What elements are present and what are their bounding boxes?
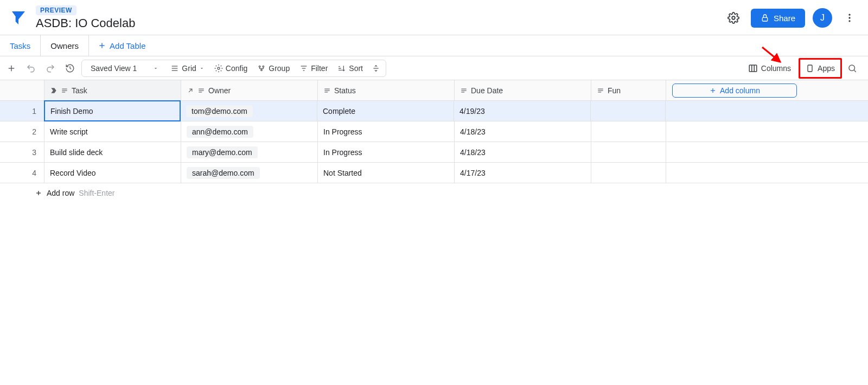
cell-fun[interactable]: [591, 142, 666, 162]
column-label: Task: [72, 86, 87, 95]
text-icon: [597, 87, 604, 94]
cell-empty: [666, 101, 802, 121]
sort-label: Sort: [349, 64, 363, 73]
column-header-fun[interactable]: Fun: [591, 80, 666, 100]
cell-owner[interactable]: tom@demo.com: [181, 101, 317, 121]
saved-view-dropdown[interactable]: Saved View 1: [84, 64, 165, 73]
svg-line-32: [189, 89, 192, 92]
svg-rect-22: [749, 65, 757, 72]
group-button[interactable]: Group: [253, 61, 294, 76]
text-icon: [460, 87, 468, 94]
owner-chip[interactable]: ann@demo.com: [187, 126, 253, 138]
tab-owners[interactable]: Owners: [41, 35, 89, 56]
more-icon[interactable]: [840, 8, 859, 28]
add-column-cell: Add column: [666, 80, 803, 100]
cell-status[interactable]: Not Started: [318, 163, 455, 183]
app-logo[interactable]: [9, 8, 28, 28]
svg-point-14: [218, 67, 220, 69]
ref-icon: [187, 87, 194, 94]
cell-due-date[interactable]: 4/18/23: [455, 121, 591, 142]
filter-label: Filter: [311, 64, 328, 73]
column-header-owner[interactable]: Owner: [181, 80, 318, 100]
plus-icon: [35, 189, 42, 197]
table-row[interactable]: 4 Record Video sarah@demo.com Not Starte…: [0, 163, 868, 183]
grid-view-label: Grid: [182, 64, 196, 73]
row-number: 3: [0, 142, 44, 162]
sort-button[interactable]: Sort: [333, 61, 367, 76]
avatar[interactable]: J: [813, 8, 832, 28]
config-button[interactable]: Config: [210, 61, 252, 76]
column-header-task[interactable]: Task: [44, 80, 181, 100]
grid-view-button[interactable]: Grid: [166, 61, 208, 76]
redo-button[interactable]: [42, 60, 59, 76]
columns-button[interactable]: Columns: [743, 60, 796, 76]
cell-owner[interactable]: sarah@demo.com: [181, 163, 318, 183]
svg-point-26: [849, 65, 855, 71]
cell-task[interactable]: Write script: [44, 121, 181, 142]
tab-tasks[interactable]: Tasks: [0, 35, 41, 56]
apps-button[interactable]: Apps: [799, 58, 842, 79]
cell-fun[interactable]: [591, 163, 666, 183]
svg-point-3: [848, 17, 850, 18]
text-icon: [323, 87, 331, 94]
text-icon: [61, 87, 68, 94]
cell-fun[interactable]: [591, 101, 666, 121]
columns-icon: [748, 63, 758, 73]
text-icon: [197, 87, 205, 94]
cell-fun[interactable]: [591, 121, 666, 142]
add-row-button[interactable]: Add row Shift-Enter: [0, 183, 868, 203]
svg-point-4: [848, 20, 850, 22]
cell-empty: [666, 163, 803, 183]
gear-icon: [214, 64, 223, 73]
column-header-due-date[interactable]: Due Date: [455, 80, 591, 100]
saved-view-label: Saved View 1: [91, 64, 137, 73]
row-number: 1: [0, 101, 44, 121]
row-height-icon: [372, 64, 380, 73]
add-button[interactable]: [3, 60, 20, 76]
row-height-button[interactable]: [368, 61, 384, 76]
cell-status[interactable]: In Progress: [318, 121, 455, 142]
apps-label: Apps: [818, 64, 835, 73]
column-header-status[interactable]: Status: [318, 80, 455, 100]
gear-icon[interactable]: [724, 8, 743, 28]
add-column-label: Add column: [720, 86, 760, 95]
filter-icon: [299, 64, 308, 73]
cell-status[interactable]: Complete: [317, 101, 454, 121]
cell-status[interactable]: In Progress: [318, 142, 455, 162]
add-table-button[interactable]: Add Table: [89, 35, 154, 56]
cell-due-date[interactable]: 4/17/23: [455, 163, 591, 183]
owner-chip[interactable]: mary@demo.com: [187, 146, 258, 158]
add-table-label: Add Table: [110, 41, 145, 50]
cell-due-date[interactable]: 4/18/23: [455, 142, 591, 162]
share-label: Share: [774, 14, 795, 23]
share-button[interactable]: Share: [751, 9, 805, 28]
page-title[interactable]: ASDB: IO Codelab: [36, 16, 135, 30]
add-row-label: Add row: [47, 189, 74, 197]
filter-button[interactable]: Filter: [295, 61, 332, 76]
search-button[interactable]: [844, 60, 860, 76]
table-row[interactable]: 1 Finish Demo tom@demo.com Complete 4/19…: [0, 101, 868, 121]
owner-chip[interactable]: sarah@demo.com: [187, 167, 260, 179]
cell-task[interactable]: Build slide deck: [44, 142, 181, 162]
row-number: 4: [0, 163, 44, 183]
preview-badge: PREVIEW: [36, 5, 76, 15]
add-column-button[interactable]: Add column: [672, 84, 797, 98]
row-number-header: [0, 80, 44, 100]
cell-owner[interactable]: ann@demo.com: [181, 121, 318, 142]
history-button[interactable]: [62, 60, 78, 76]
column-label: Owner: [208, 86, 231, 95]
search-icon: [847, 63, 857, 73]
owner-chip[interactable]: tom@demo.com: [186, 105, 253, 117]
cell-empty: [666, 121, 803, 142]
svg-point-2: [848, 14, 850, 16]
undo-button[interactable]: [23, 60, 39, 76]
table-row[interactable]: 3 Build slide deck mary@demo.com In Prog…: [0, 142, 868, 163]
svg-line-27: [854, 70, 856, 72]
cell-task[interactable]: Record Video: [44, 163, 181, 183]
cell-due-date[interactable]: 4/19/23: [454, 101, 591, 121]
table-row[interactable]: 2 Write script ann@demo.com In Progress …: [0, 121, 868, 142]
column-label: Fun: [608, 86, 621, 95]
columns-label: Columns: [761, 64, 791, 73]
cell-owner[interactable]: mary@demo.com: [181, 142, 318, 162]
cell-task[interactable]: Finish Demo: [44, 100, 181, 121]
